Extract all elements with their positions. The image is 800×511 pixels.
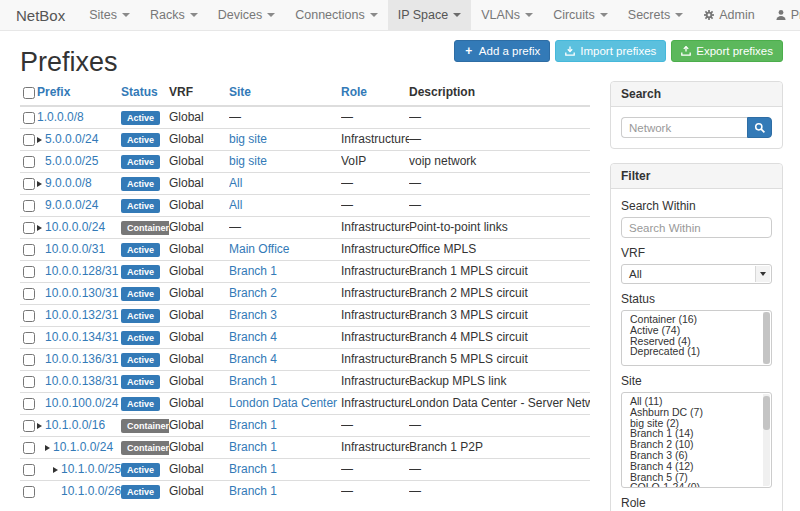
nav-item-connections[interactable]: Connections <box>285 0 388 30</box>
description-cell: Point-to-point links <box>409 217 590 239</box>
row-checkbox[interactable] <box>23 266 35 278</box>
vrf-select[interactable]: All <box>621 264 772 284</box>
filter-option[interactable]: Branch 4 (12) <box>622 461 771 472</box>
site-link[interactable]: big site <box>229 154 267 168</box>
prefix-link[interactable]: 10.0.0.0/31 <box>45 242 105 256</box>
site-link[interactable]: Branch 1 <box>229 374 277 388</box>
site-link[interactable]: Branch 2 <box>229 286 277 300</box>
filter-option[interactable]: Active (74) <box>622 325 771 336</box>
prefix-link[interactable]: 9.0.0.0/24 <box>45 198 98 212</box>
row-checkbox[interactable] <box>23 200 35 212</box>
row-checkbox[interactable] <box>23 112 35 124</box>
row-checkbox[interactable] <box>23 464 35 476</box>
row-checkbox[interactable] <box>23 398 35 410</box>
prefix-link[interactable]: 1.0.0.0/8 <box>37 110 84 124</box>
site-link[interactable]: London Data Center <box>229 396 337 410</box>
site-filter-list[interactable]: All (11)Ashburn DC (7)big site (2)Branch… <box>621 392 772 488</box>
filter-option[interactable]: COLO-1-24 (0) <box>622 482 771 488</box>
row-checkbox[interactable] <box>23 134 35 146</box>
prefix-link[interactable]: 10.0.0.130/31 <box>45 286 118 300</box>
filter-option[interactable]: Ashburn DC (7) <box>622 407 771 418</box>
site-link[interactable]: big site <box>229 132 267 146</box>
table-row: 10.1.0.0/25ActiveGlobalBranch 1—— <box>20 459 590 481</box>
nav-item-admin[interactable]: Admin <box>693 0 764 30</box>
site-link[interactable]: Branch 1 <box>229 484 277 498</box>
nav-item-vlans[interactable]: VLANs <box>471 0 543 30</box>
row-checkbox[interactable] <box>23 442 35 454</box>
row-checkbox[interactable] <box>23 420 35 432</box>
site-cell: big site <box>229 151 341 173</box>
site-link[interactable]: Branch 1 <box>229 264 277 278</box>
row-checkbox[interactable] <box>23 332 35 344</box>
prefix-link[interactable]: 10.0.0.136/31 <box>45 352 118 366</box>
column-header-site[interactable]: Site <box>229 81 341 106</box>
row-checkbox[interactable] <box>23 156 35 168</box>
status-filter-list[interactable]: Container (16)Active (74)Reserved (4)Dep… <box>621 310 772 366</box>
search-within-input[interactable] <box>621 217 772 238</box>
site-link[interactable]: Branch 4 <box>229 352 277 366</box>
prefix-link[interactable]: 9.0.0.0/8 <box>45 176 92 190</box>
site-link[interactable]: Branch 1 <box>229 418 277 432</box>
site-link[interactable]: Branch 1 <box>229 440 277 454</box>
column-header-prefix[interactable]: Prefix <box>37 81 121 106</box>
site-link[interactable]: Branch 1 <box>229 462 277 476</box>
prefix-link[interactable]: 10.0.0.0/24 <box>45 220 105 234</box>
site-link[interactable]: All <box>229 176 242 190</box>
prefix-link[interactable]: 10.1.0.0/26 <box>61 484 121 498</box>
nav-item-devices[interactable]: Devices <box>208 0 285 30</box>
prefix-link[interactable]: 10.1.0.0/16 <box>45 418 105 432</box>
nav-item-ip-space[interactable]: IP Space <box>388 0 472 30</box>
prefix-cell: 10.1.0.0/26 <box>37 481 121 503</box>
prefix-link[interactable]: 10.0.0.134/31 <box>45 330 118 344</box>
row-checkbox[interactable] <box>23 376 35 388</box>
nav-item-secrets[interactable]: Secrets <box>618 0 693 30</box>
expand-arrow-icon[interactable] <box>37 423 42 429</box>
prefix-link[interactable]: 10.1.0.0/25 <box>61 462 121 476</box>
column-header-role[interactable]: Role <box>341 81 409 106</box>
prefix-link[interactable]: 10.0.0.132/31 <box>45 308 118 322</box>
import-prefixes-button[interactable]: Import prefixes <box>555 40 666 62</box>
nav-item-racks[interactable]: Racks <box>140 0 208 30</box>
prefix-link[interactable]: 5.0.0.0/24 <box>45 132 98 146</box>
vrf-cell: Global <box>169 415 229 437</box>
prefix-link[interactable]: 10.0.0.128/31 <box>45 264 118 278</box>
role-cell: — <box>341 106 409 129</box>
select-all-checkbox[interactable] <box>23 87 35 99</box>
column-header-status[interactable]: Status <box>121 81 169 106</box>
site-link[interactable]: All <box>229 198 242 212</box>
prefix-link[interactable]: 5.0.0.0/25 <box>45 154 98 168</box>
expand-arrow-icon[interactable] <box>45 445 50 451</box>
status-cell: Active <box>121 195 169 217</box>
site-link[interactable]: Branch 4 <box>229 330 277 344</box>
export-prefixes-button[interactable]: Export prefixes <box>671 40 783 62</box>
search-input[interactable] <box>621 117 747 138</box>
scrollbar[interactable] <box>763 312 770 364</box>
search-button[interactable] <box>747 117 772 138</box>
row-checkbox[interactable] <box>23 244 35 256</box>
nav-item-circuits[interactable]: Circuits <box>543 0 618 30</box>
expand-arrow-icon[interactable] <box>53 467 58 473</box>
prefix-link[interactable]: 10.0.0.138/31 <box>45 374 118 388</box>
site-link[interactable]: Branch 3 <box>229 308 277 322</box>
prefix-link[interactable]: 10.1.0.0/24 <box>53 440 113 454</box>
row-checkbox[interactable] <box>23 222 35 234</box>
row-checkbox[interactable] <box>23 354 35 366</box>
site-link[interactable]: Main Office <box>229 242 289 256</box>
scrollbar[interactable] <box>763 394 770 486</box>
row-select-cell <box>20 106 37 129</box>
app-brand[interactable]: NetBox <box>14 0 79 30</box>
nav-item-profile[interactable]: Profile <box>765 0 800 30</box>
expand-arrow-icon[interactable] <box>37 225 42 231</box>
expand-arrow-icon[interactable] <box>37 137 42 143</box>
vrf-cell: Global <box>169 239 229 261</box>
row-checkbox[interactable] <box>23 310 35 322</box>
add-a-prefix-button[interactable]: +Add a prefix <box>454 40 550 62</box>
nav-item-sites[interactable]: Sites <box>79 0 140 30</box>
row-checkbox[interactable] <box>23 486 35 498</box>
filter-option[interactable]: Deprecated (1) <box>622 346 771 357</box>
row-checkbox[interactable] <box>23 178 35 190</box>
row-checkbox[interactable] <box>23 288 35 300</box>
expand-arrow-icon[interactable] <box>37 181 42 187</box>
empty-value: — <box>341 176 353 190</box>
prefix-link[interactable]: 10.0.100.0/24 <box>45 396 118 410</box>
